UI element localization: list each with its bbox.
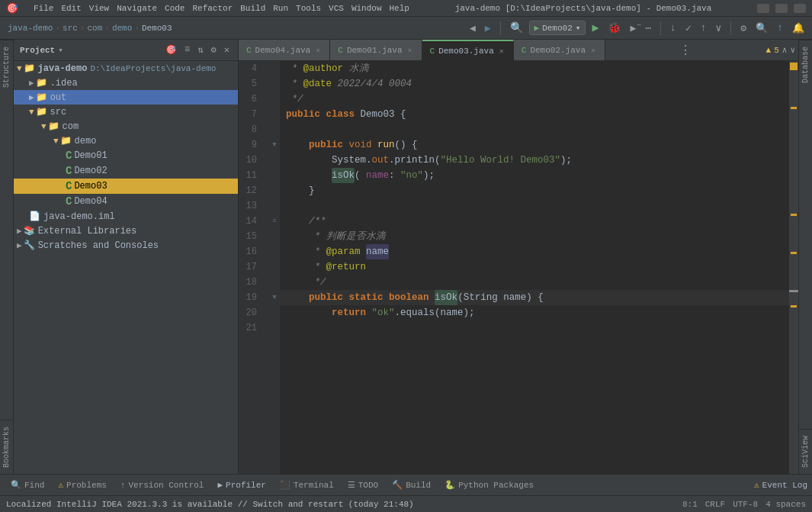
breadcrumb-project[interactable]: java-demo — [8, 24, 53, 33]
menu-help[interactable]: Help — [390, 4, 409, 13]
tree-item-demo[interactable]: ▼ 📁 demo — [14, 134, 238, 148]
tab-demo04[interactable]: C Demo04.java ✕ — [239, 40, 330, 61]
vcs-push-button[interactable]: ↑ — [698, 21, 710, 35]
scroll-indicator-top — [790, 63, 798, 70]
breadcrumb-com[interactable]: com — [87, 24, 102, 33]
warning-nav-down[interactable]: ∨ — [790, 45, 795, 55]
version-control-tab[interactable]: ↑ Version Control — [114, 479, 210, 491]
structure-tab[interactable]: Structure — [0, 40, 13, 94]
terminal-tab[interactable]: ⬛ Terminal — [274, 478, 340, 491]
run-config-dropdown[interactable]: ▾ — [576, 23, 581, 33]
run-button[interactable]: ▶ — [589, 19, 602, 37]
tab-icon-demo01: C — [338, 46, 343, 55]
back-button[interactable]: ◀ — [467, 21, 479, 36]
menu-view[interactable]: View — [89, 4, 109, 13]
locate-file-button[interactable]: 🎯 — [163, 43, 179, 56]
debug-button[interactable]: 🐞 — [605, 20, 624, 36]
line-ending[interactable]: CRLF — [705, 500, 725, 509]
plugin-update-button[interactable]: ↑ — [774, 21, 786, 35]
tab-close-demo02[interactable]: ✕ — [589, 46, 597, 55]
menu-build[interactable]: Build — [240, 4, 265, 13]
extlibs-icon: 📚 — [24, 225, 35, 237]
run-config-selector[interactable]: ▶ Demo02 ▾ — [529, 21, 586, 35]
line-num-19: 19 — [239, 290, 263, 305]
breadcrumb-demo[interactable]: demo — [112, 24, 132, 33]
project-dropdown[interactable]: ▾ — [58, 45, 63, 55]
tree-item-out[interactable]: ▶ 📁 out — [14, 90, 238, 105]
left-side-panel: Structure Bookmarks — [0, 40, 14, 474]
tree-item-extlibs[interactable]: ▶ 📚 External Libraries — [14, 224, 238, 238]
maximize-button[interactable]: □ — [775, 4, 788, 13]
panel-settings-button[interactable]: ⚙ — [209, 43, 219, 56]
indent-info[interactable]: 4 spaces — [765, 500, 806, 509]
forward-button[interactable]: ▶ — [482, 21, 494, 36]
tree-item-src[interactable]: ▼ 📁 src — [14, 105, 238, 119]
search-everywhere-button[interactable]: 🔍 — [507, 20, 526, 36]
collapse-all-button[interactable]: ≡ — [182, 43, 192, 56]
warning-nav-up[interactable]: ∧ — [782, 45, 788, 55]
tree-item-demo04[interactable]: C Demo04 — [14, 194, 238, 209]
kw-out: out — [372, 153, 390, 168]
menu-tools[interactable]: Tools — [296, 4, 321, 13]
menu-file[interactable]: File — [34, 4, 53, 13]
find-tab[interactable]: 🔍 Find — [5, 478, 50, 491]
todo-tab[interactable]: ☰ TODO — [342, 478, 384, 491]
tree-item-iml[interactable]: 📄 java-demo.iml — [14, 209, 238, 224]
breadcrumb-src[interactable]: src — [63, 24, 78, 33]
fold-19[interactable]: ▼ — [269, 290, 280, 305]
tab-close-demo04[interactable]: ✕ — [314, 46, 322, 55]
tab-demo03[interactable]: C Demo03.java ✕ — [422, 40, 514, 61]
menu-code[interactable]: Code — [165, 4, 185, 13]
close-button[interactable]: ✕ — [794, 4, 806, 13]
menu-window[interactable]: Window — [351, 4, 382, 13]
close-panel-button[interactable]: ✕ — [222, 43, 232, 56]
vcs-update-button[interactable]: ↓ — [667, 21, 679, 35]
minimize-button[interactable]: ─ — [757, 4, 769, 13]
menu-navigate[interactable]: Navigate — [117, 4, 157, 13]
tab-close-demo01[interactable]: ✕ — [406, 46, 414, 55]
database-tab[interactable]: Database — [799, 40, 812, 89]
search-button[interactable]: 🔍 — [753, 21, 771, 36]
menu-run[interactable]: Run — [273, 4, 288, 13]
tree-item-demo03[interactable]: C Demo03 — [14, 179, 238, 194]
build-tab[interactable]: 🔨 Build — [386, 478, 437, 491]
profiler-tab[interactable]: ▶ Profiler — [211, 478, 271, 491]
window-controls[interactable]: ─ □ ✕ — [757, 4, 806, 13]
tab-demo02[interactable]: C Demo02.java ✕ — [514, 40, 605, 61]
tree-item-scratches[interactable]: ▶ 🔧 Scratches and Consoles — [14, 238, 238, 253]
tree-item-demo02[interactable]: C Demo02 — [14, 163, 238, 179]
tab-demo01[interactable]: C Demo01.java ✕ — [330, 40, 422, 61]
scroll-indicator-1 — [791, 107, 797, 109]
tree-item-root[interactable]: ▼ 📁 java-demo D:\IdeaProjects\java-demo — [14, 61, 238, 76]
tab-overflow-button[interactable]: ⋮ — [673, 43, 698, 58]
notifications-button[interactable]: 🔔 — [789, 21, 807, 36]
bookmarks-tab[interactable]: Bookmarks — [0, 420, 13, 474]
more-vcs-button[interactable]: ∨ — [713, 21, 725, 36]
settings-button[interactable]: ⚙ — [737, 21, 749, 36]
fold-8 — [269, 122, 280, 137]
coverage-button[interactable]: ▶̈ — [627, 21, 639, 36]
code-line-7: public class Demo03 { — [280, 107, 789, 122]
tree-item-demo01[interactable]: C Demo01 — [14, 148, 238, 163]
more-run-button[interactable]: ⋯ — [642, 21, 654, 36]
code-content[interactable]: * @author 水滴 * @date 2022/4/4 0004 */ pu… — [280, 61, 789, 474]
fold-9[interactable]: ▼ — [269, 137, 280, 153]
sort-button[interactable]: ⇅ — [195, 43, 205, 56]
tab-close-demo03[interactable]: ✕ — [498, 47, 505, 56]
menu-bar[interactable]: File Edit View Navigate Code Refactor Bu… — [34, 4, 409, 13]
event-log-label[interactable]: Event Log — [762, 481, 807, 490]
sciview-tab[interactable]: SciView — [799, 429, 812, 474]
fold-17 — [269, 259, 280, 275]
code-line-13 — [280, 198, 789, 214]
encoding[interactable]: UTF-8 — [733, 500, 758, 509]
python-packages-tab[interactable]: 🐍 Python Packages — [438, 478, 540, 491]
cursor-position[interactable]: 8:1 — [682, 500, 698, 509]
vcs-commit-button[interactable]: ✓ — [682, 21, 695, 36]
menu-refactor[interactable]: Refactor — [192, 4, 233, 13]
tree-item-idea[interactable]: ▶ 📁 .idea — [14, 76, 238, 90]
breadcrumb-class[interactable]: Demo03 — [142, 24, 172, 33]
menu-vcs[interactable]: VCS — [329, 4, 344, 13]
tree-item-com[interactable]: ▼ 📁 com — [14, 119, 238, 134]
menu-edit[interactable]: Edit — [61, 4, 81, 13]
problems-tab[interactable]: ⚠ Problems — [52, 478, 112, 491]
